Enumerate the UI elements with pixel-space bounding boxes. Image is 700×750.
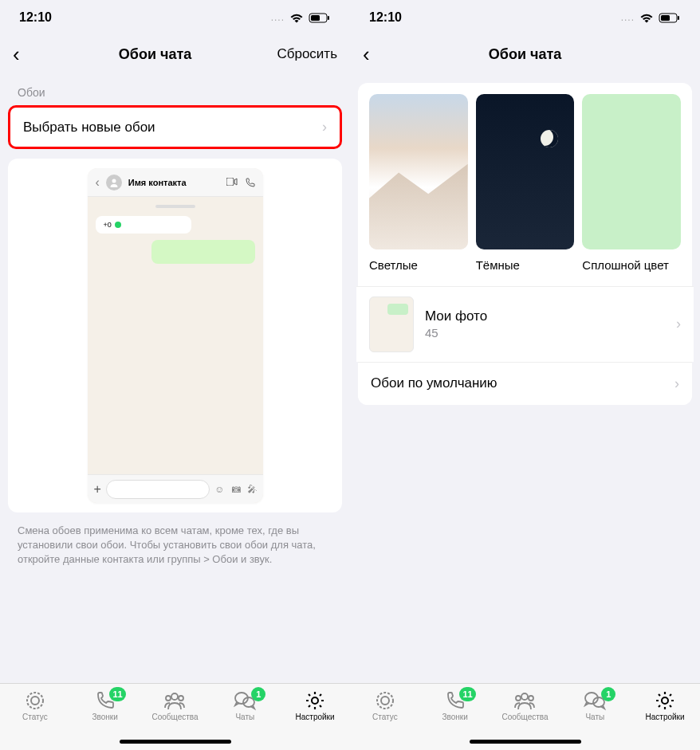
category-dark[interactable]: Тёмные xyxy=(476,94,575,273)
wifi-icon xyxy=(639,13,654,23)
svg-rect-1 xyxy=(311,15,320,21)
settings-icon xyxy=(305,690,325,711)
phone-icon xyxy=(246,178,255,187)
status-bar: 12:10 .... xyxy=(0,0,350,35)
tab-status[interactable]: Статус xyxy=(353,690,417,750)
status-dot-icon xyxy=(115,222,121,228)
tab-status[interactable]: Статус xyxy=(3,690,67,750)
communities-icon xyxy=(163,690,186,711)
chat-back-icon: ‹ xyxy=(96,175,100,190)
svg-rect-2 xyxy=(328,16,329,20)
chats-badge: 1 xyxy=(251,687,265,701)
back-button[interactable]: ‹ xyxy=(363,42,387,67)
incoming-message: +0 xyxy=(96,216,191,234)
category-label: Светлые xyxy=(369,257,468,273)
status-icons: .... xyxy=(621,12,681,23)
svg-point-7 xyxy=(171,693,178,700)
tab-label: Сообщества xyxy=(151,713,198,721)
contact-name: Имя контакта xyxy=(128,178,220,187)
tab-label: Чаты xyxy=(585,713,604,721)
select-new-wallpaper-button[interactable]: Выбрать новые обои › xyxy=(8,105,342,149)
back-button[interactable]: ‹ xyxy=(13,42,37,67)
avatar-icon xyxy=(106,175,122,190)
svg-rect-15 xyxy=(678,16,679,20)
svg-point-20 xyxy=(529,696,533,701)
screen-wallpaper-main: 12:10 .... ‹ Обои чата Сбросить Обои Выб… xyxy=(0,0,350,750)
tab-label: Статус xyxy=(22,713,48,721)
svg-point-6 xyxy=(31,697,39,705)
tab-label: Настройки xyxy=(296,713,335,721)
chat-preview: ‹ Имя контакта +0 xyxy=(88,168,263,503)
my-photos-row[interactable]: Мои фото 45 › xyxy=(356,286,694,362)
home-indicator[interactable] xyxy=(120,740,231,744)
battery-icon xyxy=(659,13,681,23)
chats-badge: 1 xyxy=(601,687,615,701)
photos-thumbnail xyxy=(369,296,414,352)
tab-label: Чаты xyxy=(235,713,254,721)
select-wallpaper-label: Выбрать новые обои xyxy=(23,120,155,135)
svg-point-18 xyxy=(521,693,528,700)
wallpaper-categories-card: Светлые Тёмные Сплошной цвет Мои фото xyxy=(358,83,692,405)
category-solid[interactable]: Сплошной цвет xyxy=(582,94,681,273)
settings-icon xyxy=(655,690,675,711)
nav-title: Обои чата xyxy=(37,46,273,63)
calls-badge: 11 xyxy=(459,687,475,701)
status-icon xyxy=(375,690,395,711)
cellular-icon: .... xyxy=(621,12,635,23)
content-area: Светлые Тёмные Сплошной цвет Мои фото xyxy=(350,73,700,683)
chat-body: +0 xyxy=(88,197,263,474)
message-input xyxy=(106,480,210,499)
tab-label: Сообщества xyxy=(501,713,548,721)
tab-settings[interactable]: Настройки xyxy=(633,690,697,750)
svg-point-12 xyxy=(312,697,318,704)
svg-rect-14 xyxy=(661,15,670,21)
tab-label: Настройки xyxy=(646,713,685,721)
tab-label: Звонки xyxy=(92,713,118,721)
nav-bar: ‹ Обои чата Сбросить xyxy=(0,35,350,73)
svg-point-17 xyxy=(381,697,389,705)
wifi-icon xyxy=(289,13,304,23)
chevron-right-icon: › xyxy=(322,119,327,135)
camera-icon: 📷︎ xyxy=(231,484,241,495)
cellular-icon: .... xyxy=(271,12,285,23)
tab-label: Статус xyxy=(372,713,398,721)
reset-button[interactable]: Сбросить xyxy=(273,46,337,62)
svg-point-19 xyxy=(516,696,521,701)
content-area: Обои Выбрать новые обои › ‹ Имя контакта xyxy=(0,73,350,683)
dark-thumbnail xyxy=(476,94,575,249)
category-light[interactable]: Светлые xyxy=(369,94,468,273)
svg-point-23 xyxy=(662,697,668,704)
default-wallpaper-row[interactable]: Обои по умолчанию › xyxy=(358,362,692,405)
outgoing-message xyxy=(151,240,255,264)
nav-title: Обои чата xyxy=(387,46,663,63)
photos-title: Мои фото xyxy=(425,308,665,324)
status-time: 12:10 xyxy=(369,10,402,25)
default-wallpaper-label: Обои по умолчанию xyxy=(371,375,497,391)
photos-count: 45 xyxy=(425,326,665,340)
status-bar: 12:10 .... xyxy=(350,0,700,35)
tab-label: Звонки xyxy=(442,713,468,721)
svg-point-5 xyxy=(27,693,43,709)
status-icons: .... xyxy=(271,12,331,23)
tab-settings[interactable]: Настройки xyxy=(283,690,347,750)
photos-info: Мои фото 45 xyxy=(425,308,665,340)
chat-preview-header: ‹ Имя контакта xyxy=(88,168,263,197)
mic-icon: 🎤︎ xyxy=(247,484,257,495)
nav-bar: ‹ Обои чата xyxy=(350,35,700,73)
chat-input-bar: + ☺ 📷︎ 🎤︎ xyxy=(88,474,263,503)
category-row: Светлые Тёмные Сплошной цвет xyxy=(369,94,681,273)
plus-icon: + xyxy=(94,482,101,497)
svg-point-8 xyxy=(166,696,171,701)
battery-icon xyxy=(309,13,331,23)
sticker-icon: ☺ xyxy=(214,484,224,495)
svg-rect-4 xyxy=(226,178,234,186)
category-label: Сплошной цвет xyxy=(582,257,681,273)
screen-wallpaper-categories: 12:10 .... ‹ Обои чата Светлые Тёмные xyxy=(350,0,700,750)
home-indicator[interactable] xyxy=(470,740,581,744)
chevron-right-icon: › xyxy=(676,316,681,332)
svg-point-16 xyxy=(377,693,393,709)
svg-point-3 xyxy=(112,179,116,183)
communities-icon xyxy=(513,690,536,711)
video-icon xyxy=(226,178,238,186)
status-time: 12:10 xyxy=(19,10,52,25)
